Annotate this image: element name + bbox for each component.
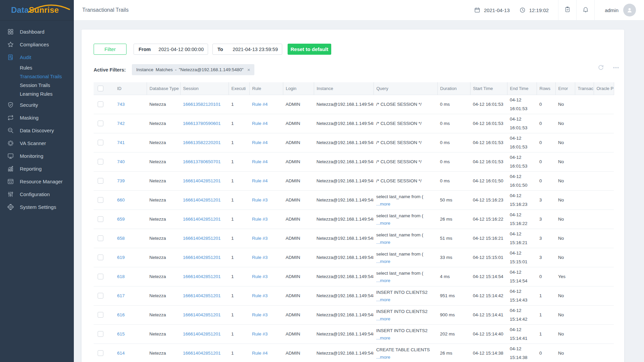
rule-link[interactable]: Rule #3: [252, 255, 268, 260]
column-header-login[interactable]: Login: [283, 82, 314, 95]
row-checkbox[interactable]: [98, 121, 103, 126]
session-link[interactable]: 166614042851201: [183, 178, 221, 183]
to-date-input[interactable]: To 2021-04-13 23:59:59: [212, 44, 282, 55]
rule-link[interactable]: Rule #4: [252, 121, 268, 126]
row-checkbox[interactable]: [98, 197, 103, 203]
trail-id-link[interactable]: 743: [117, 102, 125, 107]
query-more-link[interactable]: ...more: [376, 201, 435, 208]
query-more-link[interactable]: ...more: [376, 316, 435, 322]
row-checkbox[interactable]: [98, 235, 103, 241]
sidebar-item-reporting[interactable]: Reporting: [0, 162, 74, 175]
trail-id-link[interactable]: 619: [117, 255, 125, 260]
avatar[interactable]: [623, 4, 636, 16]
query-more-link[interactable]: ...more: [376, 220, 435, 227]
query-more-link[interactable]: ...more: [376, 258, 435, 265]
trail-id-link[interactable]: 658: [117, 236, 125, 241]
trail-id-link[interactable]: 618: [117, 274, 125, 279]
row-checkbox[interactable]: [98, 140, 103, 145]
column-header-rows[interactable]: Rows: [537, 82, 555, 95]
column-header-end-time[interactable]: End Time: [507, 82, 537, 95]
query-more-link[interactable]: ...more: [376, 335, 435, 342]
sidebar-item-monitoring[interactable]: Monitoring: [0, 149, 74, 162]
rule-link[interactable]: Rule #4: [252, 178, 268, 183]
rule-link[interactable]: Rule #3: [252, 236, 268, 241]
session-link[interactable]: 166614042851201: [183, 331, 221, 336]
row-checkbox[interactable]: [98, 255, 103, 260]
sidebar-subitem-rules[interactable]: Rules: [0, 63, 74, 72]
session-link[interactable]: 166614042851201: [183, 236, 221, 241]
column-header-transac[interactable]: Transac: [575, 82, 594, 95]
column-header-id[interactable]: ID: [114, 82, 147, 95]
query-more-link[interactable]: ...more: [376, 239, 435, 246]
sidebar-item-va-scanner[interactable]: VA Scanner: [0, 137, 74, 149]
trail-id-link[interactable]: 615: [117, 331, 125, 336]
sidebar-item-dashboard[interactable]: Dashboard: [0, 25, 74, 38]
header-select-column[interactable]: [94, 82, 114, 95]
sidebar-subitem-transactional-trails[interactable]: Transactional Trails: [0, 72, 74, 81]
tasks-button[interactable]: [558, 0, 576, 20]
trail-id-link[interactable]: 616: [117, 312, 125, 317]
column-header-oracle-p[interactable]: Oracle P: [594, 82, 614, 95]
sidebar-item-masking[interactable]: Masking: [0, 111, 74, 124]
session-link[interactable]: 166614042851201: [183, 197, 221, 202]
session-link[interactable]: 166614042851201: [183, 351, 221, 356]
session-link[interactable]: 166613582120101: [183, 102, 221, 107]
row-checkbox[interactable]: [98, 178, 103, 184]
session-link[interactable]: 166614042851201: [183, 255, 221, 260]
user-menu[interactable]: admin: [594, 0, 644, 20]
trail-id-link[interactable]: 614: [117, 351, 125, 356]
from-date-input[interactable]: From 2021-04-12 00:00:00: [134, 44, 208, 55]
column-header-error[interactable]: Error: [555, 82, 575, 95]
session-link[interactable]: 166614042851201: [183, 217, 221, 222]
session-link[interactable]: 166613780650701: [183, 159, 221, 164]
sidebar-subitem-learning-rules[interactable]: Learning Rules: [0, 90, 74, 98]
rule-link[interactable]: Rule #4: [252, 140, 268, 145]
row-checkbox[interactable]: [98, 101, 103, 107]
query-more-link[interactable]: ...more: [376, 277, 435, 284]
column-header-session[interactable]: Session: [180, 82, 229, 95]
logo[interactable]: DataSunrise: [0, 0, 74, 20]
trail-id-link[interactable]: 739: [117, 178, 125, 183]
rule-link[interactable]: Rule #3: [252, 217, 268, 222]
remove-filter-icon[interactable]: ×: [247, 67, 250, 73]
sidebar-item-resource-manager[interactable]: Resource Manager: [0, 175, 74, 188]
column-header-instance[interactable]: Instance: [314, 82, 374, 95]
refresh-icon[interactable]: [597, 64, 604, 71]
trail-id-link[interactable]: 617: [117, 293, 125, 298]
sidebar-subitem-session-trails[interactable]: Session Trails: [0, 81, 74, 90]
rule-link[interactable]: Rule #3: [252, 293, 268, 298]
sidebar-item-audit[interactable]: Audit: [0, 51, 74, 63]
trail-id-link[interactable]: 742: [117, 121, 125, 126]
session-link[interactable]: 166614042851201: [183, 274, 221, 279]
rule-link[interactable]: Rule #4: [252, 159, 268, 164]
more-options-icon[interactable]: [612, 64, 620, 71]
notifications-button[interactable]: [576, 0, 594, 20]
trail-id-link[interactable]: 659: [117, 217, 125, 222]
sidebar-item-configuration[interactable]: Configuration: [0, 188, 74, 200]
session-link[interactable]: 166613582220201: [183, 140, 221, 145]
rule-link[interactable]: Rule #3: [252, 331, 268, 336]
trail-id-link[interactable]: 741: [117, 140, 125, 145]
query-more-link[interactable]: ...more: [376, 354, 435, 361]
column-header-start-time[interactable]: Start Time: [470, 82, 507, 95]
reset-to-default-button[interactable]: Reset to default: [288, 44, 331, 55]
filter-button[interactable]: Filter: [94, 44, 127, 55]
session-link[interactable]: 166613780590601: [183, 121, 221, 126]
sidebar-item-data-discovery[interactable]: Data Discovery: [0, 124, 74, 137]
trail-id-link[interactable]: 660: [117, 197, 125, 202]
rule-link[interactable]: Rule #4: [252, 351, 268, 356]
trail-id-link[interactable]: 740: [117, 159, 125, 164]
sidebar-item-system-settings[interactable]: System Settings: [0, 200, 74, 213]
column-header-query[interactable]: Query: [374, 82, 437, 95]
query-more-link[interactable]: ...more: [376, 297, 435, 303]
select-all-checkbox[interactable]: [98, 86, 103, 91]
rule-link[interactable]: Rule #3: [252, 312, 268, 317]
column-header-duration[interactable]: Duration: [437, 82, 470, 95]
rule-link[interactable]: Rule #4: [252, 102, 268, 107]
rule-link[interactable]: Rule #3: [252, 197, 268, 202]
row-checkbox[interactable]: [98, 159, 103, 165]
column-header-database-type[interactable]: Database Type: [147, 82, 180, 95]
column-header-rule[interactable]: Rule: [249, 82, 283, 95]
session-link[interactable]: 166614042851201: [183, 293, 221, 298]
row-checkbox[interactable]: [98, 331, 103, 337]
